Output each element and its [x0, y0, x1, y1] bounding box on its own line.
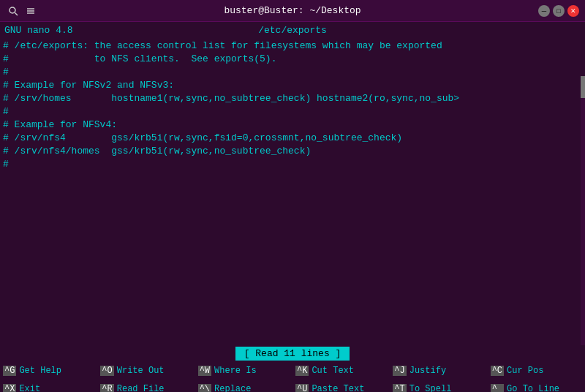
nano-filename: /etc/exports [258, 25, 327, 36]
shortcut-key: ^O [100, 366, 113, 376]
editor-line: # /srv/nfs4 gss/krb5i(rw,sync,fsid=0,cro… [3, 132, 582, 145]
status-message: [ Read 11 lines ] [235, 347, 350, 361]
shortcut-label: Go To Line [507, 384, 559, 393]
editor-line: # /srv/homes hostname1(rw,sync,no_subtre… [3, 92, 582, 105]
shortcut-item[interactable]: ^OWrite Out [97, 366, 195, 376]
shortcut-key: ^W [198, 366, 211, 376]
shortcut-item[interactable]: ^RRead File [97, 384, 195, 393]
maximize-button[interactable]: □ [553, 5, 565, 17]
shortcut-key: ^G [3, 366, 16, 376]
editor-area[interactable]: # /etc/exports: the access control list … [0, 38, 585, 345]
editor-line: # [3, 158, 582, 171]
shortcut-item[interactable]: ^TTo Spell [390, 384, 487, 393]
shortcut-key: ^U [295, 384, 309, 393]
shortcut-key: ^K [295, 366, 309, 376]
shortcut-label: Read File [117, 384, 165, 393]
nano-header: GNU nano 4.8 /etc/exports [0, 22, 585, 38]
editor-line: # /srv/nfs4/homes gss/krb5i(rw,sync,no_s… [3, 145, 582, 158]
shortcut-item[interactable]: ^KCut Text [292, 366, 390, 376]
scrollbar[interactable] [581, 76, 585, 345]
shortcut-label: Get Help [19, 366, 61, 376]
svg-line-1 [15, 12, 18, 15]
editor-line: # /etc/exports: the access control list … [3, 39, 582, 53]
shortcut-key: ^T [393, 384, 406, 393]
titlebar-left [6, 4, 38, 18]
shortcut-label: Where Is [214, 366, 257, 376]
minimize-button[interactable]: ─ [538, 5, 550, 17]
shortcut-label: Replace [214, 384, 251, 393]
shortcut-item[interactable]: ^CCur Pos [488, 366, 585, 376]
shortcut-label: Justify [410, 366, 446, 376]
window-title: buster@Buster: ~/Desktop [224, 5, 361, 16]
shortcut-row-1: ^GGet Help^OWrite Out^WWhere Is^KCut Tex… [0, 361, 585, 380]
titlebar-controls: ─ □ ✕ [538, 5, 579, 17]
shortcut-row-2: ^XExit^RRead File^\Replace^UPaste Text^T… [0, 380, 585, 392]
shortcut-key: ^R [100, 384, 113, 393]
shortcuts-panel: ^GGet Help^OWrite Out^WWhere Is^KCut Tex… [0, 361, 585, 392]
scrollbar-thumb[interactable] [581, 76, 585, 98]
editor-line: # Example for NFSv4: [3, 118, 582, 132]
shortcut-label: To Spell [410, 384, 452, 393]
shortcut-key: ^C [491, 366, 504, 376]
shortcut-key: ^J [393, 366, 406, 376]
menu-icon[interactable] [23, 4, 38, 18]
shortcut-item[interactable]: ^_Go To Line [488, 384, 585, 393]
editor-line: # Example for NFSv2 and NFSv3: [3, 79, 582, 92]
nano-version: GNU nano 4.8 [4, 25, 73, 36]
shortcut-item[interactable]: ^UPaste Text [292, 384, 390, 393]
shortcut-item[interactable]: ^WWhere Is [195, 366, 292, 376]
svg-point-0 [10, 7, 15, 13]
shortcut-item[interactable]: ^JJustify [390, 366, 487, 376]
shortcut-item[interactable]: ^GGet Help [0, 366, 97, 376]
shortcut-label: Cur Pos [507, 366, 543, 376]
shortcut-label: Exit [19, 384, 40, 393]
shortcut-label: Cut Text [312, 366, 354, 376]
editor-line: # [3, 66, 582, 79]
shortcut-label: Paste Text [312, 384, 364, 393]
shortcut-item[interactable]: ^\Replace [195, 384, 292, 393]
shortcut-label: Write Out [117, 366, 165, 376]
shortcut-key: ^\ [198, 384, 211, 393]
editor-line: # [3, 105, 582, 118]
status-bar: [ Read 11 lines ] [0, 345, 585, 361]
editor-line: # to NFS clients. See exports(5). [3, 53, 582, 66]
close-button[interactable]: ✕ [567, 5, 579, 17]
search-icon[interactable] [6, 4, 20, 18]
shortcut-key: ^X [3, 384, 16, 393]
shortcut-item[interactable]: ^XExit [0, 384, 97, 393]
titlebar: buster@Buster: ~/Desktop ─ □ ✕ [0, 0, 585, 22]
shortcut-key: ^_ [491, 384, 504, 393]
